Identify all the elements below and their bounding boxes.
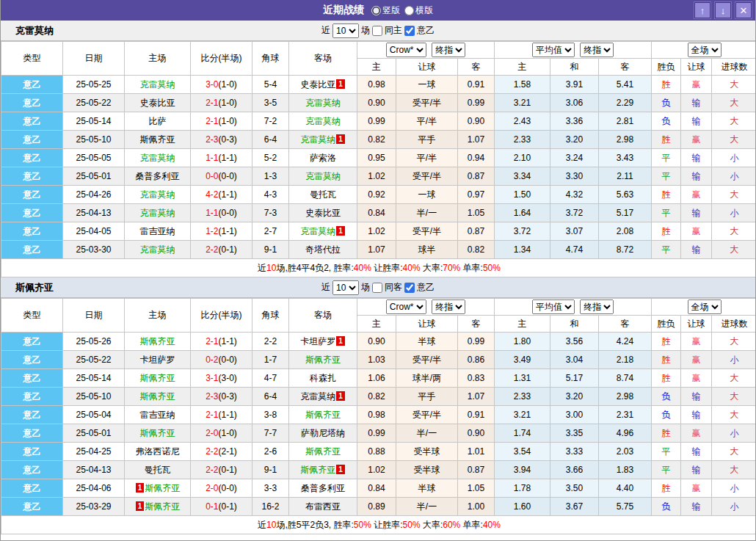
home-odds-cell: 1.06	[357, 369, 396, 388]
col-header-home: 主场	[125, 299, 191, 333]
date-cell: 25-05-26	[63, 333, 125, 351]
league-cell: 意乙	[1, 222, 63, 241]
goals-result-cell: 小	[712, 351, 756, 369]
horizontal-radio[interactable]	[404, 6, 414, 15]
team-name: 史泰比亚	[300, 79, 335, 90]
avg-source-select[interactable]: 平均值	[532, 43, 575, 57]
avg-home-cell: 1.31	[495, 369, 550, 388]
date-cell: 25-05-10	[63, 131, 125, 149]
layout-vertical-option[interactable]: 竖版	[371, 4, 400, 17]
team-name: 克雷莫纳	[300, 226, 335, 236]
date-cell: 25-04-13	[63, 204, 125, 222]
match-count-select[interactable]: 10	[332, 280, 359, 295]
handicap-result-cell: 赢	[681, 479, 712, 498]
scope-select[interactable]: 全场	[688, 299, 722, 314]
result-text: 胜	[662, 483, 671, 493]
titlebar: 近期战绩 竖版 横版 ↑ ↓ ✕	[1, 0, 755, 21]
corner-cell: 3-3	[252, 479, 289, 498]
corner-cell: 9-1	[252, 241, 289, 259]
result-cell: 胜	[652, 479, 681, 498]
score-cell: 1-2(1-1)	[191, 222, 252, 241]
corner-cell: 3-5	[252, 94, 289, 112]
match-row: 意乙25-05-04雷吉亚纳2-1(1-1)3-8斯佩齐亚0.98受平/半0.9…	[1, 406, 756, 424]
layout-horizontal-option[interactable]: 横版	[404, 4, 433, 17]
result-text: 胜	[662, 79, 671, 90]
home-team-cell: 比萨	[125, 112, 191, 131]
sub-header-handicap-result: 让球	[681, 316, 712, 333]
home-odds-cell: 0.98	[357, 406, 396, 424]
date-cell: 25-03-30	[63, 241, 125, 259]
avg-source-select[interactable]: 平均值	[532, 299, 575, 314]
move-up-button[interactable]: ↑	[694, 2, 710, 18]
avg-away-cell: 8.74	[599, 369, 652, 388]
handicap-cell: 半球	[396, 333, 458, 351]
home-odds-cell: 0.82	[357, 131, 396, 149]
move-down-button[interactable]: ↓	[715, 2, 731, 18]
away-odds-cell: 1.00	[458, 498, 495, 516]
window-buttons: ↑ ↓ ✕	[694, 2, 752, 18]
score-cell: 0-1(0-1)	[191, 498, 252, 516]
goals-result-cell: 大	[712, 186, 756, 204]
handicap-result-cell: 赢	[681, 351, 712, 369]
avg-away-cell: 2.29	[599, 94, 652, 112]
date-cell: 25-05-14	[63, 112, 125, 131]
scope-select[interactable]: 全场	[688, 43, 722, 57]
goals-result-cell: 大	[712, 112, 756, 131]
team-name: 斯佩齐亚	[305, 446, 341, 457]
date-cell: 25-04-13	[63, 461, 125, 479]
home-odds-cell: 0.89	[357, 498, 396, 516]
vertical-radio[interactable]	[371, 6, 381, 15]
handicap-cell: 球半/两	[396, 369, 458, 388]
away-odds-cell: 0.99	[458, 94, 495, 112]
date-cell: 25-03-29	[63, 498, 125, 516]
close-button[interactable]: ✕	[735, 2, 752, 18]
handicap-cell: 受平/半	[396, 167, 458, 186]
match-row: 意乙25-05-14比萨2-1(1-0)7-2克雷莫纳0.99平/半0.902.…	[1, 112, 756, 131]
same-home-checkbox[interactable]	[372, 26, 382, 36]
league-filter-checkbox[interactable]	[404, 26, 415, 36]
odds-source-select[interactable]: Crow*	[386, 43, 426, 57]
avg-away-cell: 4.24	[599, 333, 652, 351]
result-cell: 胜	[652, 351, 681, 369]
team-name: 斯佩齐亚	[140, 134, 175, 145]
avg-home-cell: 2.43	[495, 112, 550, 131]
result-cell: 胜	[652, 424, 681, 443]
league-filter-checkbox[interactable]	[404, 283, 415, 293]
result-text: 胜	[662, 336, 671, 346]
avg-group-header: 平均值 终指	[495, 299, 652, 316]
avg-time-select[interactable]: 终指	[580, 43, 614, 57]
away-team-cell: 斯佩齐亚	[289, 443, 357, 461]
date-cell: 25-05-14	[63, 369, 125, 388]
match-count-select[interactable]: 10	[332, 23, 359, 38]
odds-source-select[interactable]: Crow*	[386, 299, 426, 314]
team-name: 克雷莫纳	[140, 244, 175, 255]
handicap-result-cell: 输	[681, 388, 712, 406]
score-cell: 0-0(0-0)	[191, 167, 252, 186]
red-card-badge: 1	[336, 226, 345, 236]
away-odds-cell: 0.87	[458, 461, 495, 479]
goals-result-cell: 大	[712, 461, 756, 479]
result-cell: 平	[652, 241, 681, 259]
corner-cell: 7-7	[252, 424, 289, 443]
summary-row: 近10场,胜4平4负2, 胜率:40% 让胜率:40% 大率:70% 单率:50…	[1, 259, 756, 277]
odds-time-select[interactable]: 终指	[432, 299, 465, 314]
home-team-cell: 克雷莫纳	[125, 76, 191, 94]
match-row: 意乙25-04-26克雷莫纳4-2(1-1)4-3曼托瓦0.92一球0.971.…	[1, 186, 756, 204]
score-cell: 2-3(0-3)	[191, 131, 252, 149]
avg-home-cell: 1.74	[495, 424, 550, 443]
match-row: 意乙25-04-13克雷莫纳1-1(0-0)7-3史泰比亚0.84半/一1.05…	[1, 204, 756, 222]
result-cell: 平	[652, 149, 681, 167]
corner-cell: 16-2	[252, 498, 289, 516]
same-home-label: 同主	[385, 24, 402, 37]
corner-cell: 1-3	[252, 167, 289, 186]
same-away-checkbox[interactable]	[372, 283, 382, 293]
odds-time-select[interactable]: 终指	[432, 43, 465, 57]
sub-header-odds-home: 主	[357, 316, 396, 333]
home-odds-cell: 1.02	[357, 461, 396, 479]
result-text: 大	[730, 116, 739, 126]
goals-result-cell: 大	[712, 94, 756, 112]
away-team-cell: 克雷莫纳1	[289, 131, 357, 149]
avg-time-select[interactable]: 终指	[580, 299, 614, 314]
home-odds-cell: 0.90	[357, 333, 396, 351]
goals-result-cell: 大	[712, 222, 756, 241]
